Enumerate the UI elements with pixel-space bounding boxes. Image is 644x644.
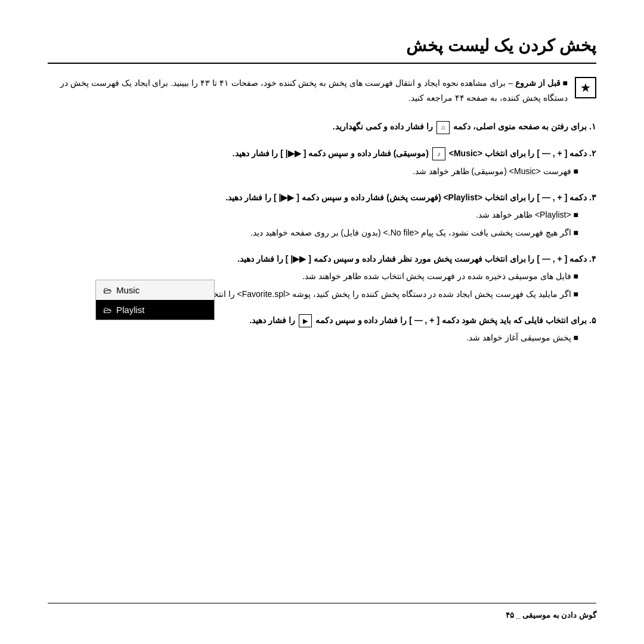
home-icon: ⌂ <box>436 121 450 134</box>
step-5-text: ۵. برای انتخاب فایلی که باید پخش شود دکم… <box>249 315 596 325</box>
ui-panel: 🗁 Music 🗁 Playlist <box>95 280 215 320</box>
ui-panel-playlist-label: Playlist <box>116 305 145 315</box>
step-3-bullet-2: اگر هیچ فهرست پخشی یافت نشود، یک پیام <N… <box>48 225 578 240</box>
step-2-bullet: فهرست <Music> (موسیقی) ظاهر خواهد شد. <box>48 164 578 179</box>
folder-icon-music: 🗁 <box>103 286 112 295</box>
footer-text: گوش دادن به موسیقی _ ۴۵ <box>506 611 596 620</box>
page-title: پخش کردن یک لیست پخش <box>48 36 596 64</box>
step-2: ۲. دکمه [ + , — ] را برای انتخاب <Music>… <box>48 145 596 179</box>
ui-panel-music-label: Music <box>116 285 140 295</box>
tip-box: ★ ■ قبل از شروع – برای مشاهده نحوه ایجاد… <box>48 76 596 106</box>
page-container: پخش کردن یک لیست پخش ★ ■ قبل از شروع – ب… <box>0 0 644 644</box>
tip-text: ■ قبل از شروع – برای مشاهده نحوه ایجاد و… <box>48 76 568 106</box>
ui-panel-playlist[interactable]: 🗁 Playlist <box>96 300 214 320</box>
play-icon: ▶ <box>299 314 312 327</box>
step-3-bullet-1: <Playlist> ظاهر خواهد شد. <box>48 208 578 222</box>
content-area: ★ ■ قبل از شروع – برای مشاهده نحوه ایجاد… <box>48 76 596 345</box>
ui-panel-music[interactable]: 🗁 Music <box>96 280 214 300</box>
footer: گوش دادن به موسیقی _ ۴۵ <box>48 603 596 620</box>
content-section: ۱. برای رفتن به صفحه منوی اصلی، دکمه ⌂ ر… <box>48 119 596 345</box>
step-3: ۳. دکمه [ + , — ] را برای انتخاب <Playli… <box>48 190 596 240</box>
step-1-text: ۱. برای رفتن به صفحه منوی اصلی، دکمه ⌂ ر… <box>333 122 596 131</box>
step-4-text: ۴. دکمه [ + , — ] را برای انتخاب فهرست پ… <box>237 254 596 264</box>
step-3-text: ۳. دکمه [ + , — ] را برای انتخاب <Playli… <box>225 193 596 202</box>
star-icon: ★ <box>575 77 596 98</box>
step-2-text: ۲. دکمه [ + , — ] را برای انتخاب <Music>… <box>233 148 596 158</box>
step-5-bullet: پخش موسیقی آغاز خواهد شد. <box>48 330 578 345</box>
folder-icon-playlist: 🗁 <box>103 305 112 315</box>
music-icon: ♪ <box>432 147 445 160</box>
step-1: ۱. برای رفتن به صفحه منوی اصلی، دکمه ⌂ ر… <box>48 119 596 135</box>
